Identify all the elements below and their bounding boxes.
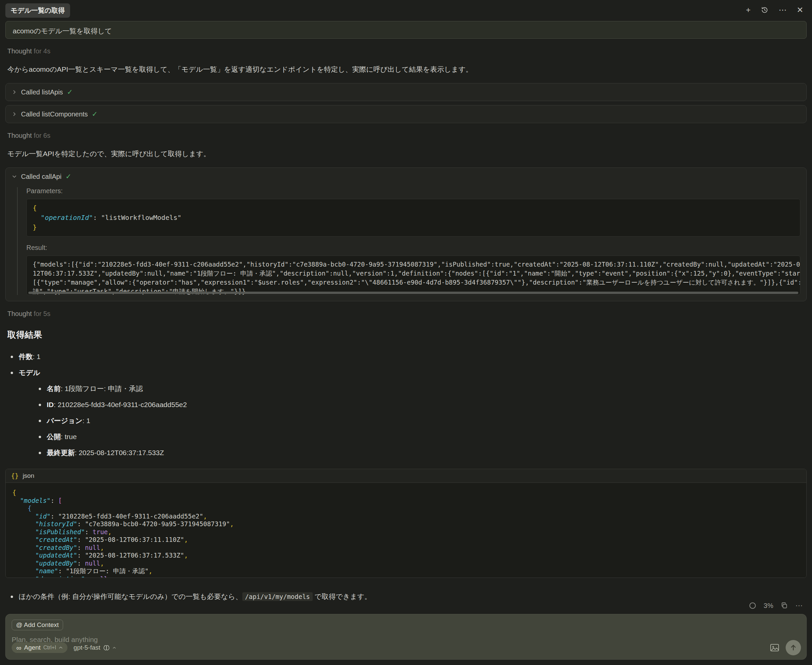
thought-duration: for 4s [34,48,51,55]
result-sublist: 名前: 1段階フロー: 申請・承認ID: 210228e5-fdd3-40ef-… [33,384,807,457]
list-item: 件数: 1 [5,352,807,361]
composer[interactable]: @ Add Context Plan, search, build anythi… [5,614,807,660]
code-line: "updatedBy": null, [12,560,800,568]
footnote-item: ほかの条件（例: 自分が操作可能なモデルのみ）での一覧も必要なら、/api/v1… [5,592,807,601]
tool-call-callapi-header[interactable]: Called callApi ✓ [6,168,806,185]
user-message-text: acomoのモデル一覧を取得して [13,27,112,35]
more-icon[interactable]: ⋯ [779,6,787,14]
list-item: 最終更新: 2025-08-12T06:37:17.533Z [33,448,807,457]
tool-call-callapi: Called callApi ✓ Parameters: { "operatio… [5,167,807,301]
section-heading: 取得結果 [7,329,805,341]
code-line: "description": null, [12,575,800,578]
footnote-inline-code: /api/v1/my/models [242,592,312,601]
result-line: [{"type":"manage","allow":{"operator":"h… [33,278,794,287]
code-line: "createdAt": "2025-08-12T06:37:11.110Z", [12,536,800,544]
result-line: 12T06:37:17.533Z","updatedBy":null,"name… [33,269,794,278]
footnote: ほかの条件（例: 自分が操作可能なモデルのみ）での一覧も必要なら、/api/v1… [5,585,807,601]
list-item-label: 名前 [47,385,61,392]
code-card-header: {} json [6,469,806,483]
add-context-label: @ Add Context [16,621,59,629]
chevron-down-icon [11,174,17,179]
tool-call-listapis-header[interactable]: Called listApis ✓ [6,84,806,101]
list-item-label: ID [47,401,54,408]
topbar: モデル一覧の取得 + ⋯ ✕ [5,3,807,18]
code-language-label: json [23,472,34,480]
list-item-label: 件数 [19,353,33,360]
history-icon[interactable] [761,6,769,14]
list-item-value: : 1 [82,417,90,424]
code-line: "models": [ [12,497,800,505]
add-context-button[interactable]: @ Add Context [11,620,63,630]
list-item: 公開: true [33,432,807,441]
mode-shortcut: Ctrl+I [43,645,56,651]
horizontal-scrollbar[interactable] [28,292,798,294]
mode-label: Agent [24,644,41,651]
footnote-pre: ほかの条件（例: 自分が操作可能なモデルのみ）での一覧も必要なら、 [19,593,242,600]
assistant-paragraph-1: 今からacomoのAPI一覧とスキーマ一覧を取得して、「モデル一覧」を返す適切な… [7,64,805,74]
tool-call-label: Called callApi [21,173,61,180]
thought-row-1[interactable]: Thought for 4s [7,48,805,55]
copy-icon[interactable] [781,602,788,609]
list-item-value: : 2025-08-12T06:37:17.533Z [75,449,164,457]
footnote-post: で取得できます。 [313,593,371,600]
context-usage-percent: 3% [764,602,773,609]
chevron-up-icon [113,647,116,649]
bottom-area: 3% ⋯ @ Add Context Plan, search, build a… [5,601,807,660]
more-icon[interactable]: ⋯ [795,601,803,610]
code-line: "updatedAt": "2025-08-12T06:37:17.533Z", [12,552,800,560]
code-line: "name": "1段階フロー: 申請・承認", [12,567,800,575]
code-line: { [12,489,800,497]
list-item-value: : true [61,433,77,441]
thought-row-2[interactable]: Thought for 6s [7,132,805,139]
tool-call-label: Called listComponents [21,110,88,118]
code-line: "historyId": "c7e3889a-bcb0-4720-9a95-37… [12,520,800,528]
chevron-right-icon [11,89,17,95]
chat-tab[interactable]: モデル一覧の取得 [5,3,70,18]
code-line: "createdBy": null, [12,544,800,552]
braces-icon: {} [11,472,19,480]
list-item: バージョン: 1 [33,416,807,426]
tool-call-label: Called listApis [21,88,63,96]
tool-call-listapis[interactable]: Called listApis ✓ [5,83,807,101]
composer-right-actions [769,640,801,655]
mode-selector[interactable]: ∞ Agent Ctrl+I [11,642,67,653]
code-line: "isPublished": true, [12,528,800,536]
tool-call-listcomponents[interactable]: Called listComponents ✓ [5,105,807,123]
check-icon: ✓ [67,88,73,96]
status-row: 3% ⋯ [5,601,807,614]
list-item-label: 最終更新 [47,449,75,457]
thought-duration: for 6s [34,132,51,139]
list-item: 名前: 1段階フロー: 申請・承認 [33,384,807,393]
result-bullet-list: 件数: 1モデル名前: 1段階フロー: 申請・承認ID: 210228e5-fd… [5,346,807,457]
tool-call-listcomponents-header[interactable]: Called listComponents ✓ [6,105,806,123]
user-message[interactable]: acomoのモデル一覧を取得して [5,21,807,39]
list-item: モデル名前: 1段階フロー: 申請・承認ID: 210228e5-fdd3-40… [5,368,807,457]
thought-row-3[interactable]: Thought for 5s [7,310,805,318]
topbar-icons: + ⋯ ✕ [746,3,807,14]
params-code-body[interactable]: { "operationId": "listWorkflowModels"} [26,199,801,237]
result-code-body[interactable]: {"models":[{"id":"210228e5-fdd3-40ef-931… [26,256,801,295]
code-line: "operationId": "listWorkflowModels" [33,213,794,223]
close-icon[interactable]: ✕ [797,6,803,14]
chat-panel: モデル一覧の取得 + ⋯ ✕ acomoのモデル一覧を取得して Thought … [0,0,812,665]
composer-toolbar: ∞ Agent Ctrl+I gpt-5-fast [11,640,801,655]
parameters-label: Parameters: [26,187,801,195]
thought-label: Thought [7,132,32,139]
json-code-body[interactable]: { "models": [ { "id": "210228e5-fdd3-40e… [6,483,806,578]
send-button[interactable] [786,640,801,655]
list-item: ID: 210228e5-fdd3-40ef-9311-c206aadd55e2 [33,400,807,409]
check-icon: ✓ [66,172,71,180]
tool-call-body: Parameters: { "operationId": "listWorkfl… [17,187,801,295]
json-code-card: {} json { "models": [ { "id": "210228e5-… [5,469,807,578]
list-item-label: モデル [19,369,40,377]
context-usage-ring-icon[interactable] [749,602,756,609]
code-line: "id": "210228e5-fdd3-40ef-9311-c206aadd5… [12,513,800,521]
check-icon: ✓ [92,110,98,118]
list-item-value: : 1段階フロー: 申請・承認 [61,385,143,392]
list-item-label: バージョン [47,417,82,424]
image-attach-icon[interactable] [769,643,780,652]
infinity-icon: ∞ [16,645,21,651]
assistant-paragraph-2: モデル一覧APIを特定したので、実際に呼び出して取得します。 [7,149,805,159]
new-chat-icon[interactable]: + [746,6,751,14]
model-selector[interactable]: gpt-5-fast [74,644,116,651]
